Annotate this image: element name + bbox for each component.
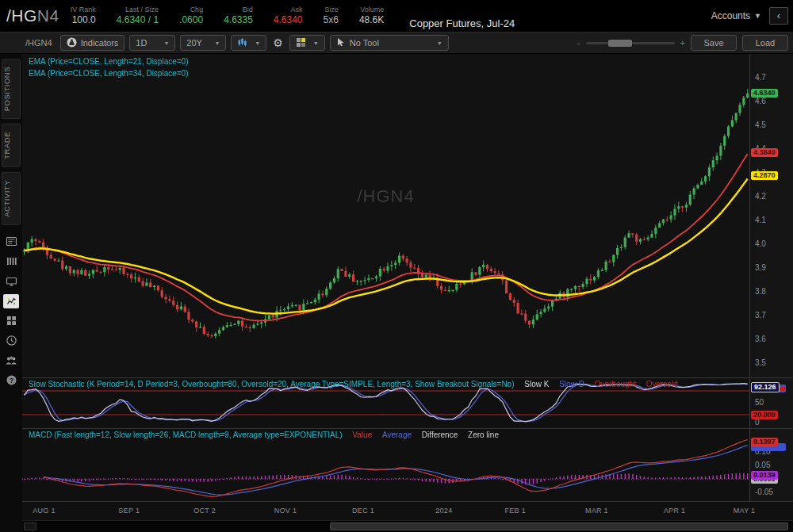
symbol-month: N4 [37, 6, 59, 25]
chart-toolbar: /HGN4 Indicators 1D▼ 20Y▼ ▼ ⚙ ▼ No Tool … [0, 32, 793, 54]
help-icon[interactable]: ? [3, 373, 19, 388]
candlestick-icon [237, 37, 247, 49]
settings-gear-icon[interactable]: ⚙ [271, 36, 285, 49]
chevron-down-icon: ▼ [313, 40, 319, 46]
horizontal-scrollbar[interactable] [22, 520, 793, 532]
stochastic-panel: Slow Stochastic (K Period=14, D Period=3… [22, 377, 793, 428]
sidebar-tab-trade[interactable]: TRADE [2, 124, 21, 167]
stochastic-label-row: Slow Stochastic (K Period=14, D Period=3… [29, 380, 678, 388]
legend-overbought: Overbought [595, 380, 636, 388]
legend-slow-d: Slow D [559, 380, 584, 388]
chart-type-dropdown[interactable]: ▼ [231, 35, 266, 51]
axis-bubble: 0.0139 [751, 471, 778, 480]
stat-value: 4.6335 [224, 14, 253, 26]
stat-label: Bid [243, 6, 253, 14]
stat-label: Volume [360, 6, 384, 14]
symbol-input[interactable]: /HGN4 [25, 38, 52, 48]
stat-ask: Ask4.6340 [274, 6, 303, 26]
chevron-down-icon: ▼ [255, 40, 260, 46]
cursor-icon [336, 37, 346, 48]
macd-axis: 0.100.05-0.050.13970.00000.0139 [749, 429, 793, 501]
zoom-in-button[interactable]: + [680, 38, 685, 48]
monitor-icon[interactable] [3, 274, 19, 289]
charts-icon[interactable] [3, 294, 19, 308]
zoom-slider-thumb[interactable] [608, 40, 632, 47]
drawing-tool-dropdown[interactable]: No Tool ▼ [330, 35, 449, 51]
axis-tick: 4.6 [755, 97, 766, 105]
zoom-out-button[interactable]: - [577, 38, 580, 48]
ema21-label: EMA (Price=CLOSE, Length=21, Displace=0) [29, 57, 189, 66]
sidebar-tab-activity[interactable]: ACTIVITY [2, 172, 21, 225]
time-axis-label: MAY 1 [734, 507, 756, 515]
collapse-panel-button[interactable]: ‹ [769, 7, 788, 25]
contract-description: Copper Futures, Jul-24 [409, 17, 515, 32]
stochastic-plot: Slow Stochastic (K Period=14, D Period=3… [22, 378, 749, 428]
chevron-down-icon: ▼ [754, 12, 761, 20]
range-dropdown[interactable]: 20Y▼ [180, 35, 226, 51]
chart-column: EMA (Price=CLOSE, Length=21, Displace=0)… [22, 54, 793, 532]
axis-tick: 4.7 [755, 73, 766, 82]
timeframe-dropdown[interactable]: 1D▼ [129, 35, 175, 51]
axis-bubble: 92.126 [751, 382, 780, 392]
legend-oversold: Oversold [646, 380, 678, 388]
stat-last-size: Last / Size4.6340 / 1 [117, 6, 159, 26]
quote-stats: IV Rank100.0 Last / Size4.6340 / 1 Chg.0… [71, 6, 405, 26]
sidebar-icons: ? [3, 235, 19, 388]
legend-zero-line: Zero line [468, 431, 499, 439]
axis-tick: 3.9 [755, 263, 766, 272]
axis-tick: 50 [755, 398, 764, 407]
axis-tick: 3.7 [755, 311, 766, 320]
main-body: POSITIONS TRADE ACTIVITY ? EMA (Price=CL… [0, 54, 793, 532]
stochastic-axis: 50092.12620.000 [749, 378, 793, 428]
range-value: 20Y [186, 38, 202, 48]
accounts-menu[interactable]: Accounts▼ [711, 10, 761, 21]
axis-tick: 4.2 [755, 192, 766, 201]
scrollbar-thumb[interactable] [330, 522, 788, 530]
stat-value: .0600 [179, 14, 203, 26]
ema34-label: EMA (Price=CLOSE, Length=34, Displace=0) [29, 69, 189, 78]
price-chart-canvas[interactable] [22, 54, 749, 377]
columns-icon[interactable] [3, 255, 19, 269]
symbol-title: /HGN4 [6, 6, 59, 25]
flask-icon [67, 37, 77, 49]
time-axis: AUG 1SEP 1OCT 2NOV 1DEC 12024FEB 1MAR 1A… [22, 501, 793, 520]
time-axis-label: DEC 1 [352, 507, 374, 515]
stat-iv-rank: IV Rank100.0 [71, 6, 96, 26]
stat-value: 4.6340 [274, 14, 303, 26]
axis-tick: 4.1 [755, 216, 766, 224]
load-button[interactable]: Load [742, 35, 788, 51]
price-chart-plot: EMA (Price=CLOSE, Length=21, Displace=0)… [22, 54, 749, 377]
clock-icon[interactable] [3, 334, 19, 348]
axis-bubble: 4.6340 [751, 89, 778, 98]
trading-app-window: /HGN4 IV Rank100.0 Last / Size4.6340 / 1… [0, 0, 793, 532]
time-axis-label: FEB 1 [504, 507, 526, 515]
left-sidebar: POSITIONS TRADE ACTIVITY ? [0, 54, 22, 532]
stat-label: Size [324, 6, 339, 14]
news-icon[interactable] [3, 235, 19, 249]
chevron-down-icon: ▼ [163, 40, 169, 46]
save-button[interactable]: Save [691, 35, 737, 51]
time-axis-label: SEP 1 [118, 507, 140, 515]
timeframe-value: 1D [136, 38, 147, 48]
legend-value: Value [352, 431, 372, 439]
stat-bid: Bid4.6335 [224, 6, 253, 26]
grid-icon[interactable] [3, 314, 19, 328]
layout-dropdown[interactable]: ▼ [289, 35, 325, 51]
macd-plot: MACD (Fast length=12, Slow length=26, MA… [22, 429, 749, 501]
sidebar-tab-positions[interactable]: POSITIONS [2, 59, 21, 119]
symbol-root: /HG [6, 6, 37, 25]
toolbar-right: - + Save Load [577, 35, 788, 51]
layout-grid-icon [296, 37, 306, 49]
axis-tick: 4.0 [755, 239, 766, 248]
axis-bubble: 20.000 [751, 411, 778, 419]
scrollbar-corner-box[interactable] [24, 522, 36, 530]
macd-canvas[interactable] [22, 429, 749, 501]
header-right: Accounts▼ ‹ [711, 7, 793, 25]
community-icon[interactable] [3, 354, 19, 368]
indicators-button[interactable]: Indicators [60, 35, 125, 51]
axis-tick: 3.8 [755, 287, 766, 296]
time-axis-label: MAR 1 [585, 507, 608, 515]
stat-label: Ask [291, 6, 303, 14]
zoom-slider[interactable] [586, 42, 675, 44]
axis-bubble: 4.2870 [751, 171, 778, 180]
